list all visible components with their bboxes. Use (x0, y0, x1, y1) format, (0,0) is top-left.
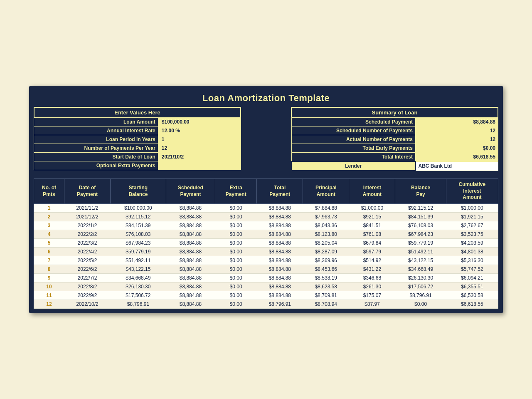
payments-per-year-value[interactable]: 12 (158, 144, 241, 153)
table-row: 82022/6/2$43,122.15$8,884.88$0.00$8,884.… (34, 265, 498, 273)
table-cell: $8,043.36 (303, 221, 349, 230)
total-early-payments-label: Total Early Payments (291, 144, 416, 153)
table-cell: $8,884.88 (166, 230, 215, 238)
table-cell: $0.00 (215, 230, 257, 238)
table-cell: $34,668.49 (395, 265, 446, 273)
scheduled-num-payments-label: Scheduled Number of Payments (291, 126, 416, 135)
lender-value[interactable]: ABC Bank Ltd (416, 161, 498, 171)
table-cell: $7,884.88 (303, 203, 349, 212)
table-cell: 2022/6/2 (64, 265, 111, 273)
loan-period-value[interactable]: 1 (158, 135, 241, 144)
table-cell: $8,884.88 (257, 291, 303, 300)
table-cell: 7 (34, 256, 64, 265)
table-cell: $597.79 (349, 247, 395, 256)
table-cell: $8,884.88 (257, 247, 303, 256)
table-cell: 4 (34, 230, 64, 238)
col-header-total-payment: TotalPayment (257, 179, 303, 204)
table-row: 72022/5/2$51,492.11$8,884.88$0.00$8,884.… (34, 256, 498, 265)
table-header-row: No. ofPmts Date ofPayment StartingBalanc… (34, 179, 498, 204)
loan-amount-label: Loan Amount (34, 118, 158, 126)
summary-row-scheduled-num-payments: Scheduled Number of Payments 12 (291, 126, 498, 135)
table-cell: $43,122.15 (111, 265, 166, 273)
amortization-table: No. ofPmts Date ofPayment StartingBalanc… (34, 178, 498, 309)
table-cell: 9 (34, 273, 64, 282)
table-cell: 2 (34, 212, 64, 221)
table-cell: $76,108.03 (111, 230, 166, 238)
scheduled-payment-label: Scheduled Payment (291, 118, 416, 126)
input-section-header: Enter Values Here (34, 107, 241, 117)
table-cell: 10 (34, 282, 64, 291)
loan-amount-value[interactable]: $100,000.00 (158, 118, 241, 126)
table-cell: $8,884.88 (166, 221, 215, 230)
table-cell: $8,884.88 (257, 230, 303, 238)
table-cell: $8,884.88 (166, 247, 215, 256)
table-cell: $6,618.55 (446, 300, 498, 308)
table-cell: $100,000.00 (111, 203, 166, 212)
lender-row: Lender ABC Bank Ltd (291, 161, 498, 171)
table-cell: $921.15 (349, 212, 395, 221)
table-cell: $0.00 (395, 300, 446, 308)
table-cell: $0.00 (215, 291, 257, 300)
total-early-payments-value: $0.00 (416, 144, 498, 153)
table-row: 22021/12/2$92,115.12$8,884.88$0.00$8,884… (34, 212, 498, 221)
table-cell: 2022/8/2 (64, 282, 111, 291)
extra-payments-value[interactable] (158, 161, 241, 170)
table-cell: $8,123.80 (303, 230, 349, 238)
table-cell: $8,884.88 (257, 265, 303, 273)
table-cell: $8,884.88 (257, 282, 303, 291)
table-cell: $59,779.19 (111, 247, 166, 256)
table-cell: $17,506.72 (395, 282, 446, 291)
interest-rate-label: Annual Interest Rate (34, 126, 158, 135)
table-cell: $0.00 (215, 282, 257, 291)
table-cell: $8,884.88 (257, 212, 303, 221)
table-cell: $51,492.11 (111, 256, 166, 265)
actual-num-payments-label: Actual Number of Payments (291, 135, 416, 144)
table-cell: $4,801.38 (446, 247, 498, 256)
table-cell: $0.00 (215, 300, 257, 308)
table-cell: $841.51 (349, 221, 395, 230)
col-header-starting-balance: StartingBalance (111, 179, 166, 204)
table-cell: $2,762.67 (446, 221, 498, 230)
table-cell: $84,151.39 (111, 221, 166, 230)
input-row-extra-payments: Optional Extra Payments (34, 161, 241, 170)
table-cell: $8,623.58 (303, 282, 349, 291)
table-cell: $175.07 (349, 291, 395, 300)
table-cell: $8,205.04 (303, 238, 349, 247)
summary-row-scheduled-payment: Scheduled Payment $8,884.88 (291, 118, 498, 126)
table-cell: $8,884.88 (257, 238, 303, 247)
table-cell: 2021/12/2 (64, 212, 111, 221)
col-header-no-of-pmts: No. ofPmts (34, 179, 64, 204)
table-cell: $514.92 (349, 256, 395, 265)
top-section: Enter Values Here Loan Amount $100,000.0… (32, 107, 500, 174)
interest-rate-value[interactable]: 12.00 % (158, 126, 241, 135)
input-section: Enter Values Here Loan Amount $100,000.0… (34, 107, 241, 171)
table-cell: $76,108.03 (395, 221, 446, 230)
table-cell: $8,453.66 (303, 265, 349, 273)
lender-label: Lender (291, 161, 416, 171)
table-cell: 2022/3/2 (64, 238, 111, 247)
table-cell: $67,984.23 (111, 238, 166, 247)
table-cell: 2022/9/2 (64, 291, 111, 300)
start-date-value[interactable]: 2021/10/2 (158, 153, 241, 161)
table-cell: 2022/4/2 (64, 247, 111, 256)
table-cell: $0.00 (215, 238, 257, 247)
table-cell: 1 (34, 203, 64, 212)
table-cell: 8 (34, 265, 64, 273)
table-cell: $87.97 (349, 300, 395, 308)
table-cell: $43,122.15 (395, 256, 446, 265)
scheduled-num-payments-value: 12 (416, 126, 498, 135)
scheduled-payment-value: $8,884.88 (416, 118, 498, 126)
table-cell: 2022/2/2 (64, 230, 111, 238)
table-cell: $5,316.30 (446, 256, 498, 265)
table-cell: $92,115.12 (111, 212, 166, 221)
table-cell: $8,796.91 (395, 291, 446, 300)
table-row: 42022/2/2$76,108.03$8,884.88$0.00$8,884.… (34, 230, 498, 238)
summary-section: Summary of Loan Scheduled Payment $8,884… (291, 107, 498, 171)
table-cell: 2022/1/2 (64, 221, 111, 230)
table-cell: $0.00 (215, 265, 257, 273)
table-row: 122022/10/2$8,796.91$8,884.88$0.00$8,796… (34, 300, 498, 308)
table-cell: $8,708.94 (303, 300, 349, 308)
table-cell: $3,523.75 (446, 230, 498, 238)
table-cell: $6,530.58 (446, 291, 498, 300)
table-cell: 5 (34, 238, 64, 247)
